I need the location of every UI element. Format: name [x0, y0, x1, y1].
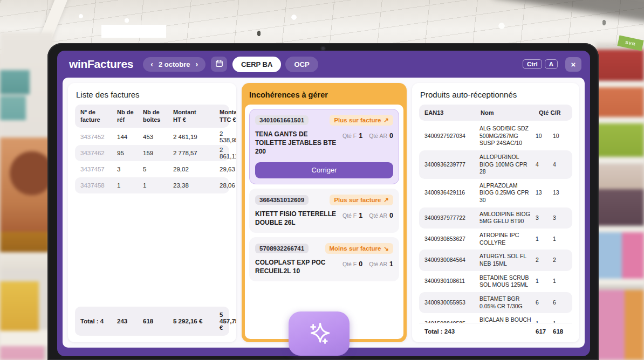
- invoice-refs: 95: [117, 150, 140, 156]
- received-total-label: Total : 243: [424, 328, 532, 335]
- supplier-tab[interactable]: OCP: [285, 57, 318, 72]
- product-row: 3400937977722 AMLODIPINE BIOG 5MG GELU B…: [419, 207, 572, 229]
- product-ean: 3400927927034: [424, 133, 476, 140]
- product-qty-ordered: 10: [536, 133, 550, 140]
- invoice-boxes: 159: [143, 150, 170, 156]
- invoice-ht: 29,02: [173, 166, 216, 172]
- product-row: 3400930084564 ATURGYL SOL FL NEB 15ML 2 …: [419, 250, 572, 271]
- product-qty-received: 1: [553, 236, 567, 243]
- product-name: ALG SOD/BIC SDZ 500MG/267MG SUSP 24SAC/1…: [479, 125, 532, 147]
- product-name: BETADINE SCRUB SOL MOUS 125ML: [479, 274, 532, 289]
- product-row: 3400927927034 ALG SOD/BIC SDZ 500MG/267M…: [419, 122, 572, 150]
- inconsistency-card[interactable]: 5708932266741 Moins sur facture ↘ COLOPL…: [249, 237, 399, 281]
- product-ean: 3400936239777: [424, 161, 476, 169]
- next-day-button[interactable]: ›: [194, 60, 199, 68]
- product-name: BETAMET BGR 0.05% CR T/30G: [479, 295, 532, 310]
- product-qty-received: 13: [553, 189, 567, 197]
- received-table-header: EAN13NomQté C/R: [419, 105, 572, 121]
- date-navigator[interactable]: ‹ 2 octobre ›: [143, 57, 205, 72]
- column-header: Nº de facture: [80, 108, 114, 124]
- column-header: Qté C/R: [539, 109, 567, 116]
- invoice-ht: 2 778,57: [173, 150, 216, 156]
- received-total-ordered: 617: [536, 328, 550, 335]
- direction-badge: Plus sur facture ↗: [330, 195, 393, 205]
- inconsistency-card[interactable]: 3664351012609 Plus sur facture ↗ KITETT …: [249, 189, 399, 233]
- qty-invoice-label: Qté F: [342, 212, 357, 219]
- calendar-button[interactable]: [211, 57, 227, 72]
- product-name: AMLODIPINE BIOG 5MG GELU BT90: [479, 211, 532, 225]
- qty-invoice-label: Qté F: [342, 133, 357, 139]
- qty-received-label: Qté AR: [369, 133, 387, 139]
- invoice-row[interactable]: 3437462 95 159 2 778,57 2 861,11: [75, 145, 229, 161]
- close-button[interactable]: ×: [565, 57, 581, 72]
- main-content: Liste des factures Nº de factureNb de ré…: [63, 78, 585, 348]
- product-ean: 3400936429116: [424, 189, 476, 197]
- invoice-number: 3437452: [80, 134, 114, 140]
- card-detail-row: COLOPLAST EXP POC RECUEIL2L 10 Qté F0 Qt…: [255, 258, 393, 275]
- supplier-tabs: CERP BA OCP: [232, 57, 318, 72]
- inconsistencies-panel: Incohérences à gérer 3401061661501 Plus …: [242, 83, 407, 342]
- product-row: 3400936429116 ALPRAZOLAM BIOG 0.25MG CPR…: [419, 179, 572, 207]
- card-detail-row: KITETT FISIO TETERELLE DOUBLE 26L Qté F1…: [255, 210, 393, 227]
- product-name: KITETT FISIO TETERELLE DOUBLE 26L: [255, 210, 338, 227]
- product-name: COLOPLAST EXP POC RECUEIL2L 10: [255, 258, 338, 275]
- invoice-boxes: 453: [143, 134, 170, 140]
- titlebar: winFactures ‹ 2 octobre › CERP BA OCP Ct…: [57, 51, 590, 78]
- card-top-row: 3664351012609 Plus sur facture ↗: [255, 195, 393, 205]
- qty-received-value: 1: [389, 260, 393, 268]
- product-qty-ordered: 2: [536, 257, 550, 264]
- direction-arrow-icon: ↗: [383, 116, 389, 124]
- product-ean-badge: 3664351012609: [255, 195, 309, 205]
- direction-label: Plus sur facture: [334, 117, 381, 123]
- product-row: 3400930055953 BETAMET BGR 0.05% CR T/30G…: [419, 292, 572, 313]
- product-qty-received: 2: [553, 257, 567, 264]
- product-name: ALPRAZOLAM BIOG 0.25MG CPR 30: [479, 182, 532, 204]
- invoice-row[interactable]: 3437452 144 453 2 461,19 2 538,95: [75, 129, 229, 145]
- product-qty-received: 4: [553, 161, 567, 169]
- product-row: 3400930108611 BETADINE SCRUB SOL MOUS 12…: [419, 271, 572, 292]
- product-ean-badge: 3401061661501: [255, 115, 309, 125]
- prev-day-button[interactable]: ‹: [149, 60, 154, 68]
- column-header: EAN13: [424, 109, 476, 116]
- invoice-ht: 23,38: [173, 182, 216, 189]
- assistant-button[interactable]: [289, 311, 350, 356]
- corriger-button[interactable]: Corriger: [255, 162, 393, 178]
- qty-invoice-value: 0: [359, 260, 362, 268]
- product-qty-received: 10: [553, 133, 567, 140]
- invoices-total-ttc: 5 457,75 €: [220, 311, 236, 331]
- invoice-row[interactable]: 3437457 3 5 29,02 29,63: [75, 161, 229, 177]
- invoice-ttc: 2 538,95: [220, 130, 236, 143]
- supplier-tab[interactable]: CERP BA: [232, 57, 281, 72]
- direction-arrow-icon: ↗: [383, 196, 389, 204]
- invoice-ttc: 28,06: [220, 182, 235, 189]
- product-ean: 3400937977722: [424, 214, 476, 222]
- pharmacy-shelf-left: [0, 32, 54, 360]
- product-name: TENA GANTS DE TOILETTE JETABLES BTE 200: [255, 130, 338, 156]
- invoices-total-refs: 243: [117, 318, 140, 324]
- card-top-row: 5708932266741 Moins sur facture ↘: [255, 243, 393, 254]
- close-icon: ×: [571, 60, 576, 69]
- invoice-row[interactable]: 3437458 1 1 23,38 28,06: [75, 177, 229, 193]
- inconsistency-card[interactable]: 3401061661501 Plus sur facture ↗ TENA GA…: [249, 109, 399, 184]
- product-ean: 3400930853627: [424, 236, 476, 243]
- product-name: BICALAN B BOUCH STERIL FL500ML: [479, 316, 532, 323]
- column-header: Nb de réf: [117, 108, 140, 124]
- card-detail-row: TENA GANTS DE TOILETTE JETABLES BTE 200 …: [255, 130, 393, 156]
- column-header: Nom: [481, 109, 535, 116]
- column-header: Nb de boîtes: [143, 108, 170, 124]
- invoice-ht: 2 461,19: [173, 134, 216, 140]
- product-qty-received: 6: [553, 299, 567, 307]
- inconsistencies-title: Incohérences à gérer: [245, 86, 403, 105]
- received-table-body: 3400927927034 ALG SOD/BIC SDZ 500MG/267M…: [419, 122, 572, 323]
- invoice-boxes: 5: [143, 166, 170, 172]
- keycap: A: [545, 59, 558, 69]
- product-row: 3400936239777 ALLOPURINOL BIOG 100MG CPR…: [419, 150, 572, 179]
- current-date-label: 2 octobre: [159, 60, 190, 68]
- qty-invoice-label: Qté F: [342, 261, 357, 267]
- product-qty-ordered: 3: [536, 214, 550, 222]
- received-panel: Produits auto-réceptionnés EAN13NomQté C…: [412, 83, 579, 342]
- sparkle-icon: [305, 319, 333, 349]
- product-name: ATURGYL SOL FL NEB 15ML: [479, 253, 532, 267]
- qty-invoice-value: 1: [359, 212, 362, 219]
- invoices-total-boxes: 618: [143, 318, 170, 324]
